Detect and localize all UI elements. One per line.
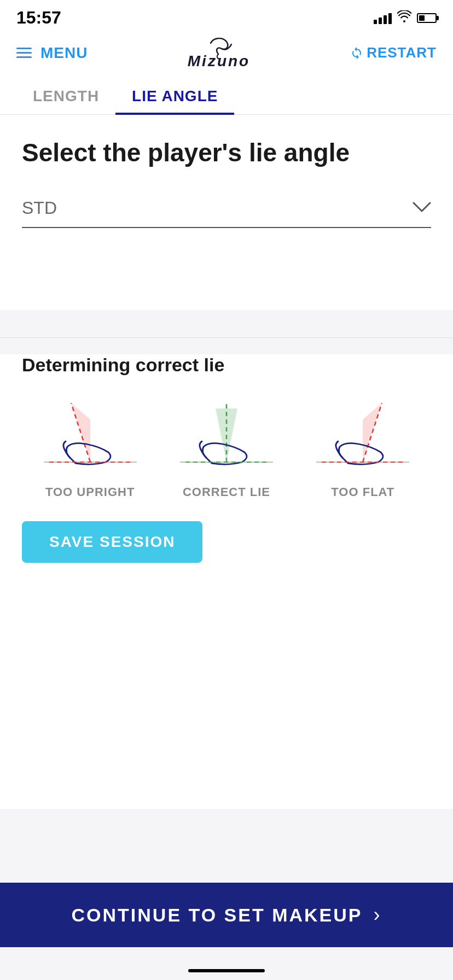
home-indicator: [188, 969, 265, 972]
too-upright-label: TOO UPRIGHT: [45, 485, 135, 499]
too-flat-label: TOO FLAT: [331, 485, 394, 499]
restart-icon: [350, 46, 363, 60]
lie-item-too-upright: TOO UPRIGHT: [36, 392, 145, 499]
menu-label: MENU: [40, 44, 88, 62]
section-divider: [0, 337, 453, 338]
too-flat-diagram: [311, 392, 415, 480]
tab-length[interactable]: LENGTH: [16, 77, 115, 115]
status-icons: [374, 10, 437, 26]
wifi-icon: [397, 10, 411, 26]
tab-lie-angle[interactable]: LIE ANGLE: [115, 77, 234, 115]
dropdown-value: STD: [22, 198, 57, 218]
lie-section: Determining correct lie TOO UPRIG: [0, 354, 453, 590]
svg-marker-11: [363, 403, 382, 462]
section-title: Determining correct lie: [22, 354, 431, 376]
content-spacer: [0, 590, 453, 809]
svg-marker-3: [71, 403, 90, 462]
main-content: Select the player's lie angle STD: [0, 115, 453, 255]
chevron-down-icon: [413, 199, 431, 217]
menu-button[interactable]: MENU: [16, 44, 88, 62]
correct-lie-label: CORRECT LIE: [183, 485, 270, 499]
chevron-right-icon: ›: [373, 903, 381, 926]
restart-label: RESTART: [367, 44, 437, 61]
continue-button[interactable]: CONTINUE TO SET MAKEUP ›: [0, 883, 453, 947]
mizuno-logo-svg: Mizuno: [175, 38, 263, 68]
restart-button[interactable]: RESTART: [350, 44, 437, 61]
page-title: Select the player's lie angle: [22, 137, 431, 170]
correct-lie-diagram: [175, 392, 278, 480]
continue-button-area: CONTINUE TO SET MAKEUP ›: [0, 883, 453, 947]
status-time: 15:57: [16, 8, 61, 28]
tabs: LENGTH LIE ANGLE: [0, 77, 453, 115]
battery-icon: [417, 13, 437, 23]
status-bar: 15:57: [0, 0, 453, 32]
svg-text:Mizuno: Mizuno: [188, 52, 250, 68]
lie-item-correct: CORRECT LIE: [172, 392, 281, 499]
save-session-button[interactable]: SAVE SESSION: [22, 521, 202, 563]
signal-icon: [374, 12, 392, 24]
lie-diagrams: TOO UPRIGHT CORRECT LIE: [22, 392, 431, 499]
lie-angle-dropdown[interactable]: STD: [22, 189, 431, 228]
svg-marker-7: [216, 409, 237, 462]
too-upright-diagram: [38, 392, 142, 480]
continue-label: CONTINUE TO SET MAKEUP: [72, 905, 363, 926]
lie-item-too-flat: TOO FLAT: [308, 392, 417, 499]
mizuno-logo: Mizuno: [175, 38, 263, 68]
header: MENU Mizuno RESTART: [0, 32, 453, 77]
hamburger-icon: [16, 48, 32, 58]
